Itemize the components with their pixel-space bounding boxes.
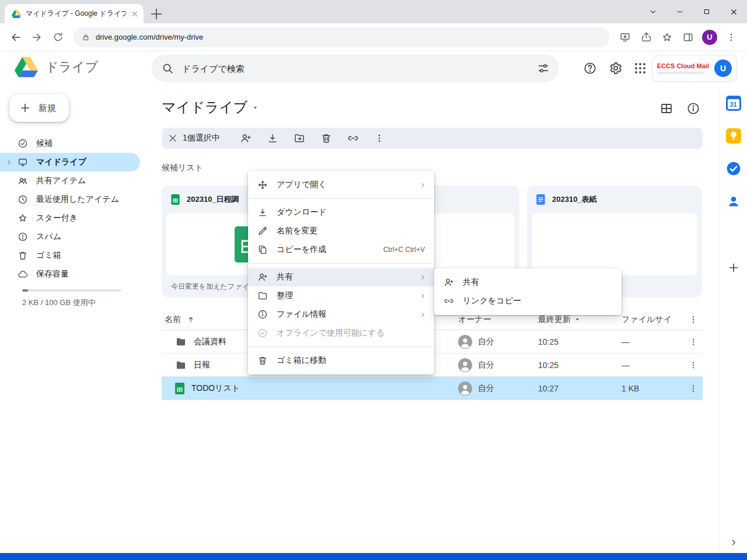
add-app-icon[interactable] — [727, 261, 740, 274]
header-modified[interactable]: 最終更新 — [538, 314, 622, 325]
url-bar[interactable]: drive.google.com/drive/my-drive — [74, 27, 609, 47]
menu-item-organize[interactable]: 整理 — [248, 286, 434, 305]
window-close-button[interactable] — [720, 0, 747, 23]
side-panel-icon[interactable] — [678, 27, 698, 47]
row-more-icon[interactable] — [689, 384, 698, 393]
folder-icon — [175, 359, 187, 371]
info-icon[interactable] — [686, 102, 700, 116]
cell-size: 1 KB — [622, 384, 680, 393]
shared-people-icon — [18, 176, 28, 186]
bookmark-star-icon[interactable] — [657, 27, 677, 47]
new-button[interactable]: 新規 — [9, 94, 69, 122]
install-icon[interactable] — [615, 27, 635, 47]
page-title-menu[interactable]: マイドライブ — [162, 98, 259, 117]
calendar-icon[interactable]: 31 — [726, 96, 741, 111]
sidebar-item-spam[interactable]: スパム — [0, 228, 140, 246]
new-button-label: 新規 — [39, 103, 56, 114]
sidebar-item-starred[interactable]: スター付き — [0, 209, 140, 228]
settings-gear-icon[interactable] — [609, 61, 623, 75]
browser-tab[interactable]: マイドライブ - Google ドライブ — [5, 4, 144, 23]
account-avatar[interactable]: U — [714, 60, 732, 77]
selection-toolbar: 1個選択中 — [162, 128, 703, 149]
search-input[interactable] — [182, 64, 529, 74]
tab-search-icon[interactable] — [640, 0, 666, 23]
clear-selection-icon[interactable] — [167, 133, 178, 144]
account-badge-text: ECCS Cloud Mail — [657, 62, 709, 74]
share-user-add-icon — [257, 272, 268, 282]
row-more-icon[interactable] — [689, 337, 698, 346]
copy-icon — [257, 244, 268, 255]
menu-item-label: アプリで開く — [277, 180, 411, 190]
file-name: TODOリスト — [191, 383, 240, 394]
sidebar-item-label: 候補 — [36, 138, 53, 149]
submenu-arrow-icon — [420, 182, 426, 188]
modified-time: 10:25 — [538, 337, 558, 346]
header-more-icon[interactable] — [689, 315, 698, 324]
move-to-folder-icon[interactable] — [294, 132, 305, 144]
tab-close-icon[interactable] — [131, 10, 139, 18]
sort-ascending-icon — [187, 316, 195, 324]
selection-actions — [240, 132, 385, 144]
account-badge-title: ECCS Cloud Mail — [657, 62, 709, 69]
search-options-icon[interactable] — [537, 62, 550, 75]
url-text: drive.google.com/drive/my-drive — [96, 33, 203, 41]
menu-divider — [248, 263, 434, 264]
menu-item-move-to-trash[interactable]: ゴミ箱に移動 — [248, 351, 434, 370]
share-page-icon[interactable] — [636, 27, 656, 47]
apps-grid-icon[interactable] — [633, 61, 647, 75]
back-button[interactable] — [6, 27, 26, 47]
sidebar-item-suggestions[interactable]: 候補 — [0, 134, 140, 153]
cell-owner: 自分 — [458, 335, 538, 349]
sidebar-item-trash[interactable]: ゴミ箱 — [0, 246, 140, 265]
keep-icon[interactable] — [726, 128, 741, 144]
submenu-arrow-icon — [420, 293, 426, 299]
browser-menu-icon[interactable] — [721, 27, 741, 47]
menu-item-label: 整理 — [277, 290, 411, 301]
forward-button[interactable] — [27, 27, 47, 47]
menu-item-rename[interactable]: 名前を変更 — [248, 222, 434, 240]
sidebar-item-label: 保存容量 — [36, 269, 69, 279]
drive-favicon-icon — [12, 10, 21, 18]
row-more-icon[interactable] — [689, 360, 698, 370]
copy-link-icon[interactable] — [347, 132, 359, 144]
tasks-icon[interactable] — [726, 161, 741, 176]
sidebar-item-my-drive[interactable]: マイドライブ — [0, 153, 140, 172]
download-icon[interactable] — [267, 132, 278, 144]
menu-item-label: コピーを作成 — [277, 244, 375, 255]
expand-caret-icon[interactable] — [6, 159, 12, 166]
sidebar-item-storage[interactable]: 保存容量 — [0, 265, 140, 284]
contacts-icon[interactable] — [726, 194, 741, 209]
owner-avatar — [458, 358, 472, 372]
reload-button[interactable] — [48, 27, 68, 47]
sidebar-item-shared[interactable]: 共有アイテム — [0, 172, 140, 190]
menu-item-label: ゴミ箱に移動 — [277, 355, 426, 366]
docs-file-icon — [536, 194, 545, 205]
menu-item-open-with[interactable]: アプリで開く — [248, 176, 434, 194]
grid-view-icon[interactable] — [659, 102, 673, 116]
submenu-item-copy-link[interactable]: リンクをコピー — [434, 292, 622, 310]
panel-collapse-icon[interactable] — [729, 538, 738, 547]
file-size: — — [622, 337, 630, 346]
share-user-add-icon[interactable] — [240, 132, 252, 144]
drive-logo[interactable]: ドライブ — [15, 57, 98, 78]
more-actions-icon[interactable] — [374, 133, 385, 144]
drive-header: ドライブ ECCS Cloud Mail U — [0, 52, 747, 85]
menu-item-label: ファイル情報 — [277, 309, 411, 320]
sidebar-item-recent[interactable]: 最近使用したアイテム — [0, 190, 140, 209]
file-row-selected[interactable]: TODOリスト 自分 10:27 1 KB — [162, 377, 703, 400]
owner-avatar — [458, 382, 472, 396]
menu-item-file-info[interactable]: ファイル情報 — [248, 305, 434, 324]
new-tab-icon[interactable] — [148, 6, 165, 22]
menu-item-share[interactable]: 共有 — [248, 268, 434, 286]
window-maximize-button[interactable] — [693, 0, 720, 23]
submenu-item-share[interactable]: 共有 — [434, 273, 622, 292]
menu-item-make-copy[interactable]: コピーを作成 Ctrl+C Ctrl+V — [248, 240, 434, 259]
search-bar[interactable] — [152, 54, 559, 82]
trash-icon[interactable] — [320, 132, 332, 144]
window-minimize-button[interactable] — [666, 0, 693, 23]
search-icon[interactable] — [161, 62, 174, 75]
account-badge[interactable]: ECCS Cloud Mail U — [652, 55, 736, 81]
menu-item-download[interactable]: ダウンロード — [248, 203, 434, 222]
browser-profile-avatar[interactable]: U — [702, 30, 717, 45]
help-icon[interactable] — [583, 61, 597, 75]
